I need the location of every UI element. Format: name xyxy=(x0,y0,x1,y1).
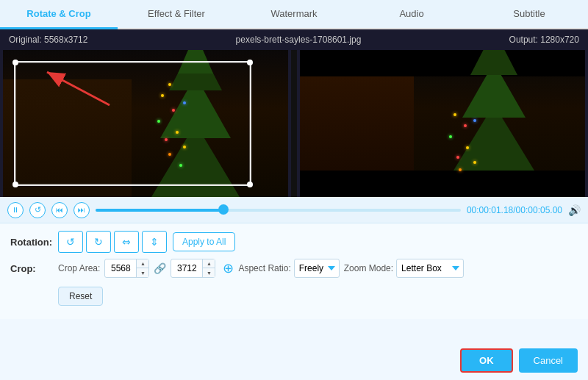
crop-area-label: Crop Area: xyxy=(58,263,100,273)
progress-bar[interactable] xyxy=(96,209,461,212)
crop-width-spinner: ▲ ▼ xyxy=(136,259,148,277)
zoom-mode-group: Zoom Mode: Letter Box Pan & Scan Full xyxy=(344,259,464,278)
footer: OK Cancel xyxy=(450,341,588,380)
filename: pexels-brett-sayles-1708601.jpg xyxy=(236,35,362,45)
rotate-ccw-button[interactable]: ↺ xyxy=(58,231,83,253)
tab-subtitle[interactable]: Subtitle xyxy=(470,0,588,29)
xmas-scene-left xyxy=(3,50,288,197)
flip-h-button[interactable]: ⇔ xyxy=(114,231,139,253)
apply-all-button[interactable]: Apply to All xyxy=(173,232,235,251)
crop-height-spinner: ▲ ▼ xyxy=(202,259,215,277)
crop-width-input[interactable] xyxy=(105,263,136,273)
rotation-label: Rotation: xyxy=(10,237,58,248)
cancel-button[interactable]: Cancel xyxy=(519,348,578,373)
video-panel-left xyxy=(3,50,288,197)
link-icon[interactable]: 🔗 xyxy=(154,262,166,274)
flip-v-button[interactable]: ⇕ xyxy=(142,231,167,253)
reset-button[interactable]: Reset xyxy=(58,287,103,306)
crop-height-up[interactable]: ▲ xyxy=(203,259,215,268)
pause-button[interactable]: ⏸ xyxy=(7,202,24,218)
zoom-mode-select[interactable]: Letter Box Pan & Scan Full xyxy=(396,259,464,278)
xmas-scene-right xyxy=(300,50,585,197)
crop-width-down[interactable]: ▼ xyxy=(137,268,148,277)
reset-row: Reset xyxy=(10,284,578,306)
crop-label: Crop: xyxy=(10,263,58,274)
progress-thumb[interactable] xyxy=(218,204,229,215)
crop-width-input-group: ▲ ▼ xyxy=(104,259,149,278)
tab-audio[interactable]: Audio xyxy=(353,0,470,29)
tab-effect-filter[interactable]: Effect & Filter xyxy=(118,0,235,29)
aspect-ratio-label: Aspect Ratio: xyxy=(238,263,290,273)
time-display: 00:00:01.18/00:00:05.00 xyxy=(467,205,562,215)
ok-button[interactable]: OK xyxy=(460,348,513,373)
crop-height-input-group: ▲ ▼ xyxy=(171,259,215,278)
output-size: Output: 1280x720 xyxy=(509,35,579,45)
prev-frame-icon: ⏮ xyxy=(56,206,63,214)
rotate-ccw-icon: ↺ xyxy=(66,236,75,248)
video-area xyxy=(0,50,588,197)
controls-area: Rotation: ↺ ↻ ⇔ ⇕ Apply to All Crop: Cro… xyxy=(0,223,588,319)
next-frame-icon: ⏭ xyxy=(78,206,85,214)
flip-v-icon: ⇕ xyxy=(150,236,159,248)
crop-width-up[interactable]: ▲ xyxy=(137,259,148,268)
tab-watermark[interactable]: Watermark xyxy=(235,0,353,29)
loop-icon: ↺ xyxy=(35,205,41,215)
rotate-cw-button[interactable]: ↻ xyxy=(86,231,111,253)
filename-bar: Original: 5568x3712 pexels-brett-sayles-… xyxy=(0,29,588,50)
rotation-row: Rotation: ↺ ↻ ⇔ ⇕ Apply to All xyxy=(10,231,578,253)
playback-bar: ⏸ ↺ ⏮ ⏭ 00:00:01.18/00:00:05.00 🔊 xyxy=(0,197,588,223)
rotate-cw-icon: ↻ xyxy=(94,236,103,248)
aspect-ratio-group: Aspect Ratio: Freely 16:9 4:3 1:1 xyxy=(238,259,339,278)
crop-height-down[interactable]: ▼ xyxy=(203,268,215,277)
volume-icon[interactable]: 🔊 xyxy=(568,204,581,216)
zoom-mode-label: Zoom Mode: xyxy=(344,263,393,273)
loop-button[interactable]: ↺ xyxy=(29,202,46,218)
flip-h-icon: ⇔ xyxy=(122,236,131,248)
tab-rotate-crop[interactable]: Rotate & Crop xyxy=(0,0,118,29)
crosshair-icon[interactable]: ⊕ xyxy=(223,260,234,276)
original-size: Original: 5568x3712 xyxy=(9,35,87,45)
aspect-ratio-select[interactable]: Freely 16:9 4:3 1:1 xyxy=(294,259,340,278)
crop-row: Crop: Crop Area: ▲ ▼ 🔗 ▲ ▼ ⊕ Aspect Rat xyxy=(10,259,578,278)
crop-height-input[interactable] xyxy=(171,263,202,273)
prev-frame-button[interactable]: ⏮ xyxy=(51,202,68,218)
crop-controls: Crop Area: ▲ ▼ 🔗 ▲ ▼ ⊕ Aspect Ratio: xyxy=(58,259,464,278)
pause-icon: ⏸ xyxy=(12,206,19,214)
video-panel-right xyxy=(300,50,585,197)
progress-fill xyxy=(96,209,223,212)
tab-bar: Rotate & Crop Effect & Filter Watermark … xyxy=(0,0,588,29)
panel-separator xyxy=(291,50,297,197)
next-frame-button[interactable]: ⏭ xyxy=(74,202,90,218)
